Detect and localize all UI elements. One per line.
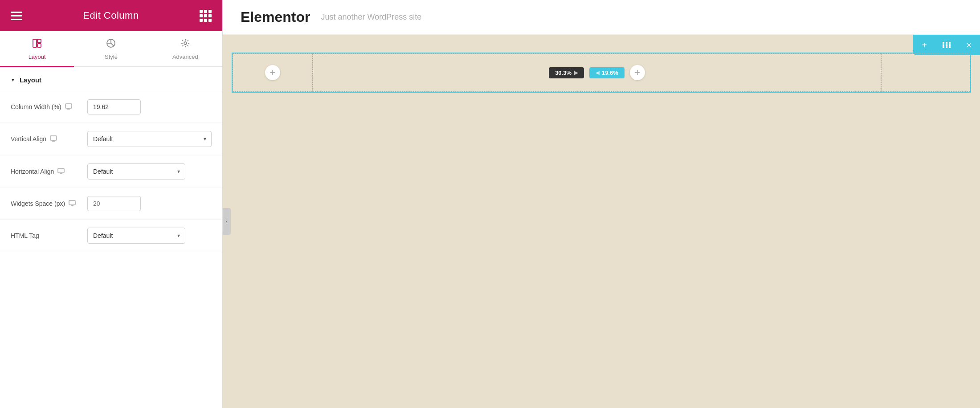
tab-style[interactable]: Style xyxy=(74,31,148,66)
monitor-icon-vertical-align xyxy=(50,135,57,143)
panel-header: Edit Column xyxy=(0,0,222,31)
site-title: Elementor xyxy=(241,9,310,25)
svg-rect-12 xyxy=(943,44,944,46)
tab-layout[interactable]: Layout xyxy=(0,31,74,66)
vertical-align-label: Vertical Align xyxy=(11,135,82,143)
widgets-space-label: Widgets Space (px) xyxy=(11,200,82,208)
monitor-icon-widgets-space xyxy=(69,200,76,208)
svg-rect-13 xyxy=(946,44,947,46)
html-tag-select[interactable]: Default div article aside footer header … xyxy=(87,228,185,244)
svg-rect-17 xyxy=(949,46,951,48)
svg-rect-7 xyxy=(58,168,64,173)
column-badge-19[interactable]: ◀ 19.6% xyxy=(589,67,625,78)
field-row-widgets-space: Widgets Space (px) xyxy=(0,188,222,220)
gear-icon xyxy=(180,38,190,50)
panel-title: Edit Column xyxy=(83,10,139,21)
column-badge-30[interactable]: 30.3% ▶ xyxy=(549,67,584,78)
hamburger-menu-button[interactable] xyxy=(11,12,22,20)
layout-icon xyxy=(32,38,42,50)
panel-collapse-handle[interactable]: ‹ xyxy=(223,208,231,235)
canvas-header: Elementor Just another WordPress site xyxy=(223,0,980,35)
horizontal-align-label: Horizontal Align xyxy=(11,168,82,175)
tab-advanced-label: Advanced xyxy=(172,53,198,60)
layout-section-title: Layout xyxy=(20,76,41,84)
horizontal-align-select-wrapper: Default Left Center Right ▾ xyxy=(87,163,185,180)
html-tag-select-wrapper: Default div article aside footer header … xyxy=(87,228,185,244)
column-width-input[interactable] xyxy=(87,99,141,114)
panel-tabs: Layout Style Advanced xyxy=(0,31,222,67)
site-subtitle: Just another WordPress site xyxy=(321,12,421,22)
right-canvas: Elementor Just another WordPress site + xyxy=(223,0,980,408)
vertical-align-select-wrapper: Default Top Middle Bottom ▾ xyxy=(87,131,212,147)
field-row-column-width: Column Width (%) xyxy=(0,91,222,123)
svg-rect-15 xyxy=(943,46,944,48)
svg-rect-0 xyxy=(33,39,37,47)
apps-grid-button[interactable] xyxy=(200,10,212,22)
tab-layout-label: Layout xyxy=(29,53,46,60)
layout-section-header: ▼ Layout xyxy=(0,67,222,91)
field-row-html-tag: HTML Tag Default div article aside foote… xyxy=(0,220,222,252)
svg-rect-8 xyxy=(69,200,75,205)
monitor-icon-horizontal-align xyxy=(57,168,65,175)
svg-rect-6 xyxy=(50,136,57,140)
field-row-vertical-align: Vertical Align Default Top Middle Bottom… xyxy=(0,123,222,155)
svg-point-4 xyxy=(184,42,187,45)
svg-rect-16 xyxy=(946,46,947,48)
left-panel: Edit Column Layout xyxy=(0,0,223,408)
tab-style-label: Style xyxy=(105,53,118,60)
field-row-horizontal-align: Horizontal Align Default Left Center Rig… xyxy=(0,155,222,188)
column-add-button-2[interactable]: + xyxy=(630,65,645,80)
svg-rect-2 xyxy=(37,44,41,47)
vertical-align-select[interactable]: Default Top Middle Bottom xyxy=(87,131,212,147)
badge-left-arrow-icon: ◀ xyxy=(596,70,599,76)
column-cell-1: + xyxy=(233,53,313,92)
svg-rect-11 xyxy=(949,42,951,44)
panel-content: ▼ Layout Column Width (%) Vertical Align xyxy=(0,67,222,408)
widgets-space-input[interactable] xyxy=(87,196,141,211)
style-icon xyxy=(106,38,116,50)
tab-advanced[interactable]: Advanced xyxy=(148,31,222,66)
svg-rect-9 xyxy=(943,42,944,44)
svg-rect-14 xyxy=(949,44,951,46)
html-tag-label: HTML Tag xyxy=(11,232,82,239)
svg-rect-5 xyxy=(65,104,72,108)
badge-right-arrow-icon: ▶ xyxy=(574,70,578,76)
canvas-body: + × + xyxy=(223,35,980,408)
svg-rect-1 xyxy=(37,39,41,43)
column-add-button-1[interactable]: + xyxy=(265,65,280,80)
horizontal-align-select[interactable]: Default Left Center Right xyxy=(87,163,185,180)
column-cell-3 xyxy=(881,53,970,92)
svg-rect-10 xyxy=(946,42,947,44)
monitor-icon-column-width xyxy=(65,103,72,111)
column-width-label: Column Width (%) xyxy=(11,103,82,111)
column-cell-2: 30.3% ▶ ◀ 19.6% + xyxy=(313,53,881,92)
section-arrow-icon: ▼ xyxy=(11,78,15,82)
column-layout-section: + 30.3% ▶ ◀ 19.6% + xyxy=(232,53,971,93)
